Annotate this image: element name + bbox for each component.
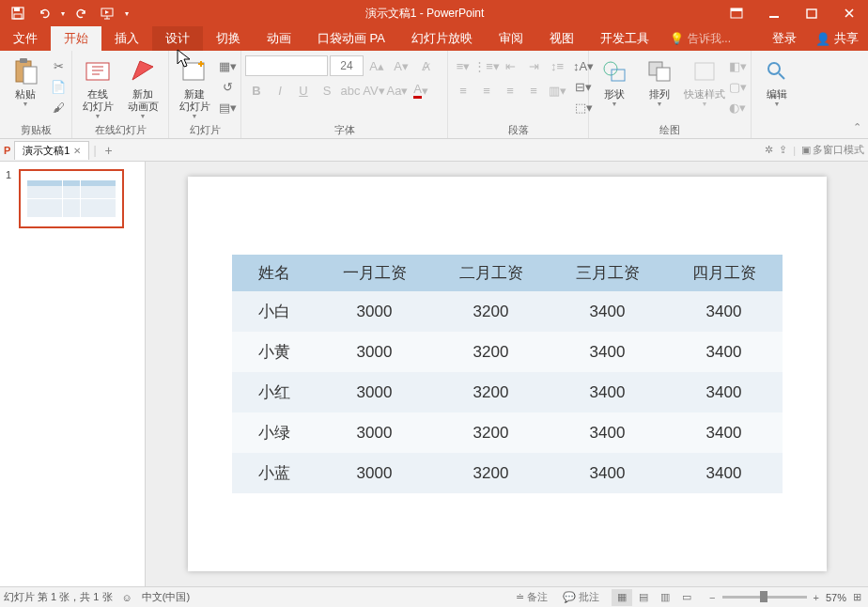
tab-design[interactable]: 设计 xyxy=(152,26,203,51)
table-cell[interactable]: 3400 xyxy=(666,332,783,372)
clear-format-button[interactable]: A̷ xyxy=(414,55,437,76)
font-family-select[interactable] xyxy=(245,55,328,76)
table-cell[interactable]: 小红 xyxy=(232,372,317,412)
table-cell[interactable]: 3000 xyxy=(317,412,433,453)
start-from-beginning-button[interactable] xyxy=(96,1,120,25)
undo-dropdown[interactable]: ▾ xyxy=(58,9,68,18)
table-header[interactable]: 二月工资 xyxy=(433,255,550,291)
tab-insert[interactable]: 插入 xyxy=(101,26,152,51)
shape-effects-button[interactable]: ◐▾ xyxy=(728,98,747,117)
table-cell[interactable]: 3400 xyxy=(666,372,783,412)
shapes-button[interactable]: 形状 ▼ xyxy=(593,53,636,120)
minimize-button[interactable] xyxy=(755,0,793,26)
table-cell[interactable]: 3400 xyxy=(666,291,783,332)
increase-font-button[interactable]: A▴ xyxy=(365,55,388,76)
collapse-ribbon-button[interactable]: ⌃ xyxy=(849,121,864,136)
table-row[interactable]: 小白3000320034003400 xyxy=(232,291,783,332)
zoom-out-button[interactable]: − xyxy=(706,592,718,603)
table-row[interactable]: 小绿3000320034003400 xyxy=(232,412,783,453)
table-header[interactable]: 一月工资 xyxy=(317,255,433,291)
zoom-thumb[interactable] xyxy=(760,591,767,602)
table-header[interactable]: 四月工资 xyxy=(666,255,783,291)
layout-button[interactable]: ▦▾ xyxy=(218,56,237,75)
comments-button[interactable]: 💬 批注 xyxy=(560,590,602,604)
table-cell[interactable]: 3200 xyxy=(433,372,550,412)
table-cell[interactable]: 小白 xyxy=(232,291,317,332)
increase-indent-button[interactable]: ⇥ xyxy=(522,55,545,76)
tab-transition[interactable]: 切换 xyxy=(203,26,254,51)
slide-thumbnail-1[interactable]: 1 xyxy=(6,169,139,228)
strike-button[interactable]: S xyxy=(316,80,338,101)
fit-window-button[interactable]: ⊞ xyxy=(850,591,864,603)
slide-indicator[interactable]: 幻灯片 第 1 张，共 1 张 xyxy=(4,590,113,604)
save-button[interactable] xyxy=(6,1,30,25)
qat-customize[interactable]: ▾ xyxy=(122,9,132,18)
maximize-button[interactable] xyxy=(793,0,830,26)
bullets-button[interactable]: ≡▾ xyxy=(452,55,474,76)
shadow-button[interactable]: abc xyxy=(339,80,362,101)
table-cell[interactable]: 3400 xyxy=(550,372,666,412)
arrange-button[interactable]: 排列 ▼ xyxy=(638,53,681,120)
decrease-indent-button[interactable]: ⇤ xyxy=(499,55,521,76)
table-cell[interactable]: 3000 xyxy=(317,372,433,412)
table-cell[interactable]: 3400 xyxy=(666,412,783,453)
table-cell[interactable]: 3000 xyxy=(317,291,433,332)
table-cell[interactable]: 3400 xyxy=(550,453,666,493)
line-spacing-button[interactable]: ↕≡ xyxy=(546,55,568,76)
close-tab-icon[interactable]: ✕ xyxy=(73,146,81,156)
reset-button[interactable]: ↺ xyxy=(218,77,237,96)
new-anim-page-button[interactable]: 新加 动画页 ▼ xyxy=(121,53,164,120)
table-cell[interactable]: 3400 xyxy=(550,412,666,453)
ribbon-display-button[interactable] xyxy=(718,0,755,26)
table-cell[interactable]: 3200 xyxy=(433,412,550,453)
cut-button[interactable]: ✂ xyxy=(49,56,68,75)
salary-table[interactable]: 姓名一月工资二月工资三月工资四月工资 小白3000320034003400小黄3… xyxy=(232,255,783,493)
slide-canvas-area[interactable]: 姓名一月工资二月工资三月工资四月工资 小白3000320034003400小黄3… xyxy=(146,162,868,586)
share-icon-small[interactable]: ⇪ xyxy=(779,144,787,156)
tab-review[interactable]: 审阅 xyxy=(486,26,536,51)
copy-button[interactable]: 📄 xyxy=(49,77,68,96)
table-row[interactable]: 小红3000320034003400 xyxy=(232,372,783,412)
numbering-button[interactable]: ⋮≡▾ xyxy=(475,55,498,76)
slide-thumbnails-panel[interactable]: 1 xyxy=(0,162,146,586)
reading-view-button[interactable]: ▥ xyxy=(655,589,675,606)
change-case-button[interactable]: Aa▾ xyxy=(386,80,409,101)
tab-pocket-anim[interactable]: 口袋动画 PA xyxy=(304,26,398,51)
char-spacing-button[interactable]: AV▾ xyxy=(363,80,385,101)
table-cell[interactable]: 小蓝 xyxy=(232,453,317,493)
login-button[interactable]: 登录 xyxy=(763,26,806,51)
zoom-slider[interactable] xyxy=(722,596,807,599)
tab-file[interactable]: 文件 xyxy=(0,26,51,51)
table-row[interactable]: 小黄3000320034003400 xyxy=(232,332,783,372)
table-cell[interactable]: 3400 xyxy=(550,291,666,332)
document-tab[interactable]: 演示文稿1 ✕ xyxy=(14,141,89,160)
table-header[interactable]: 三月工资 xyxy=(550,255,666,291)
section-button[interactable]: ▤▾ xyxy=(218,98,237,117)
table-cell[interactable]: 3400 xyxy=(550,332,666,372)
quick-styles-button[interactable]: 快速样式 ▼ xyxy=(683,53,726,120)
close-button[interactable] xyxy=(830,0,868,26)
slide-canvas[interactable]: 姓名一月工资二月工资三月工资四月工资 小白3000320034003400小黄3… xyxy=(188,177,827,571)
add-tab-button[interactable]: + xyxy=(101,143,117,158)
zoom-percent[interactable]: 57% xyxy=(826,592,846,603)
tab-view[interactable]: 视图 xyxy=(536,26,587,51)
align-right-button[interactable]: ≡ xyxy=(499,80,521,101)
tab-slideshow[interactable]: 幻灯片放映 xyxy=(398,26,486,51)
table-row[interactable]: 小蓝3000320034003400 xyxy=(232,453,783,493)
table-cell[interactable]: 3200 xyxy=(433,291,550,332)
tab-developer[interactable]: 开发工具 xyxy=(587,26,662,51)
paste-button[interactable]: 粘贴 ▼ xyxy=(4,53,47,120)
align-center-button[interactable]: ≡ xyxy=(475,80,498,101)
shape-fill-button[interactable]: ◧▾ xyxy=(728,56,747,75)
table-cell[interactable]: 3200 xyxy=(433,453,550,493)
italic-button[interactable]: I xyxy=(269,80,291,101)
online-slide-button[interactable]: 在线 幻灯片 ▼ xyxy=(76,53,119,120)
table-cell[interactable]: 小绿 xyxy=(232,412,317,453)
decrease-font-button[interactable]: A▾ xyxy=(390,55,412,76)
underline-button[interactable]: U xyxy=(292,80,315,101)
tab-animation[interactable]: 动画 xyxy=(254,26,304,51)
table-cell[interactable]: 小黄 xyxy=(232,332,317,372)
normal-view-button[interactable]: ▦ xyxy=(612,589,632,606)
bold-button[interactable]: B xyxy=(245,80,268,101)
tab-home[interactable]: 开始 xyxy=(51,26,101,51)
